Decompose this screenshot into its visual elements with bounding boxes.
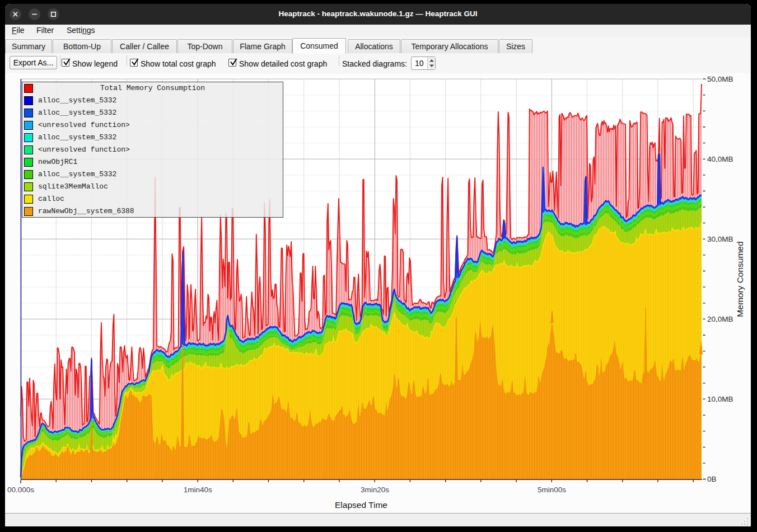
svg-text:5min00s: 5min00s bbox=[538, 486, 566, 494]
svg-text:30,0MB: 30,0MB bbox=[707, 235, 733, 243]
svg-text:0B: 0B bbox=[707, 475, 717, 483]
svg-text:Memory Consumed: Memory Consumed bbox=[735, 241, 745, 317]
svg-text:Elapsed Time: Elapsed Time bbox=[335, 500, 387, 510]
svg-text:1min40s: 1min40s bbox=[184, 486, 212, 494]
svg-text:10,0MB: 10,0MB bbox=[707, 395, 733, 403]
svg-text:00.000s: 00.000s bbox=[7, 486, 34, 494]
svg-text:40,0MB: 40,0MB bbox=[707, 155, 733, 163]
svg-text:20,0MB: 20,0MB bbox=[707, 315, 733, 323]
svg-text:3min20s: 3min20s bbox=[361, 486, 389, 494]
svg-text:50,0MB: 50,0MB bbox=[707, 75, 733, 83]
